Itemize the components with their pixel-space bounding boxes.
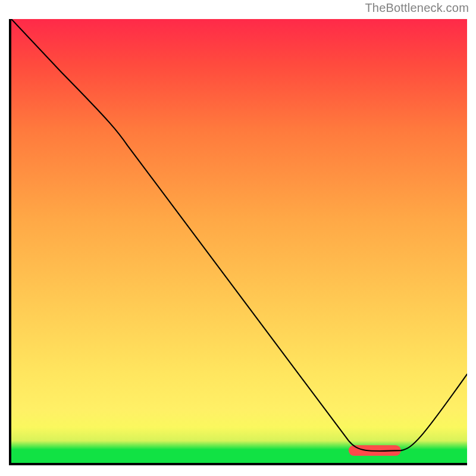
chart-container: TheBottleneck.com [0,0,476,476]
curve-overlay [11,19,467,463]
bottleneck-curve [11,19,467,451]
attribution-label: TheBottleneck.com [365,1,469,15]
plot-area [9,19,467,465]
